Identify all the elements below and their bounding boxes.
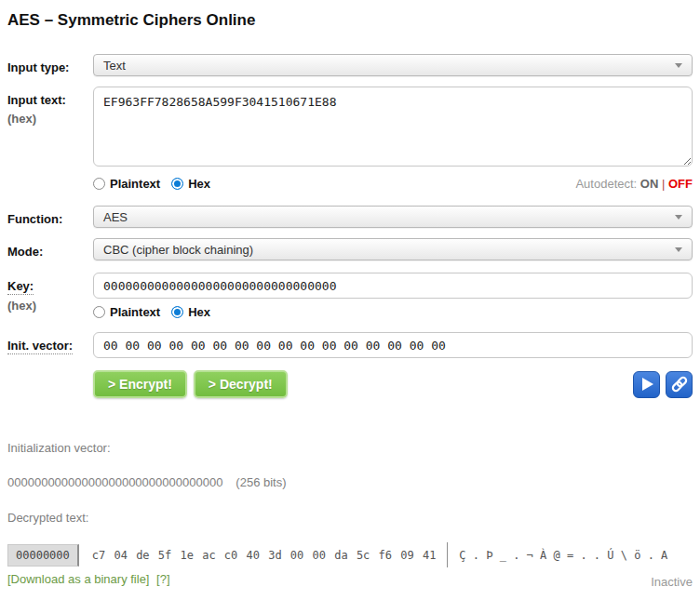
chevron-down-icon — [675, 63, 682, 68]
page-title: AES – Symmetric Ciphers Online — [7, 11, 693, 30]
init-vector-row: Init. vector: — [7, 332, 693, 358]
decrypted-text-heading: Decrypted text: — [7, 511, 693, 525]
aes-tool-page: AES – Symmetric Ciphers Online Input typ… — [7, 11, 693, 589]
hex-offset: 00000000 — [7, 544, 79, 567]
hex-dump-row: 00000000 c7 04 de 5f 1e ac c0 40 3d 00 0… — [7, 542, 693, 567]
input-text-hex-sublabel: (hex) — [7, 112, 93, 126]
results-footer: [Download as a binary file] [?] Inactive — [7, 572, 693, 589]
iv-result-line: 00000000000000000000000000000000(256 bit… — [7, 475, 693, 489]
init-vector-label: Init. vector: — [7, 339, 73, 354]
iv-result-heading: Initialization vector: — [7, 441, 693, 455]
input-type-select[interactable]: Text — [93, 54, 693, 76]
input-format-plaintext-label: Plaintext — [110, 177, 160, 191]
chevron-down-icon — [675, 215, 682, 220]
init-vector-input[interactable] — [93, 332, 693, 358]
input-format-hex-label: Hex — [188, 177, 210, 191]
function-row: Function: AES — [7, 206, 693, 228]
key-format-hex-label: Hex — [188, 305, 210, 319]
input-type-label: Input type: — [7, 60, 69, 74]
input-text-row: Input text: (hex) EF963FF7828658A599F304… — [7, 87, 693, 191]
autodetect-toggle: Autodetect: ON | OFF — [575, 177, 693, 191]
input-type-value: Text — [103, 59, 126, 73]
iv-result-value: 00000000000000000000000000000000 — [7, 475, 222, 489]
results-section: Initialization vector: 00000000000000000… — [7, 441, 693, 589]
key-input[interactable] — [93, 273, 693, 299]
key-hex-sublabel: (hex) — [7, 299, 93, 313]
input-format-hex-radio[interactable] — [171, 178, 183, 190]
hex-bytes: c7 04 de 5f 1e ac c0 40 3d 00 00 da 5c f… — [92, 549, 437, 562]
function-label: Function: — [7, 212, 62, 226]
autodetect-label: Autodetect: — [575, 177, 637, 191]
mode-select[interactable]: CBC (cipher block chaining) — [93, 238, 693, 260]
key-format-plaintext-radio[interactable] — [93, 306, 105, 318]
function-value: AES — [103, 210, 128, 224]
input-text-area[interactable]: EF963FF7828658A599F3041510671E88 — [93, 87, 693, 167]
key-row: Key: (hex) Plaintext Hex — [7, 273, 693, 332]
status-text: Inactive — [651, 572, 693, 589]
help-link[interactable]: [?] — [156, 572, 169, 586]
key-format-radio-group: Plaintext Hex — [93, 305, 693, 319]
autodetect-on-link[interactable]: ON — [640, 177, 659, 191]
chevron-down-icon — [675, 247, 682, 252]
autodetect-separator: | — [662, 177, 665, 191]
input-format-radio-group: Plaintext Hex Autodetect: ON | OFF — [93, 177, 693, 191]
encrypt-button[interactable]: > Encrypt! — [93, 370, 187, 398]
play-icon — [642, 378, 653, 391]
key-label: Key: — [7, 279, 34, 295]
key-format-plaintext-label: Plaintext — [110, 305, 160, 319]
autodetect-off-link[interactable]: OFF — [668, 177, 693, 191]
key-format-hex-radio[interactable] — [171, 306, 183, 318]
download-binary-link[interactable]: [Download as a binary file] — [7, 572, 149, 586]
hex-ascii: Ç . Þ _ . ¬ À @ = . . Ú \ ö . A — [459, 549, 667, 562]
permalink-button[interactable] — [666, 371, 693, 398]
mode-label: Mode: — [7, 245, 43, 259]
run-button[interactable] — [633, 371, 660, 398]
iv-result-bits: (256 bits) — [236, 475, 286, 489]
input-format-plaintext-radio[interactable] — [93, 178, 105, 190]
mode-value: CBC (cipher block chaining) — [103, 243, 253, 257]
input-type-row: Input type: Text — [7, 54, 693, 76]
actions-row: > Encrypt! > Decrypt! — [7, 370, 693, 398]
chain-link-icon — [669, 374, 690, 394]
function-select[interactable]: AES — [93, 206, 693, 228]
mode-row: Mode: CBC (cipher block chaining) — [7, 238, 693, 260]
decrypt-button[interactable]: > Decrypt! — [194, 370, 288, 398]
hex-ascii-divider — [447, 542, 448, 567]
input-text-label: Input text: — [7, 93, 66, 107]
